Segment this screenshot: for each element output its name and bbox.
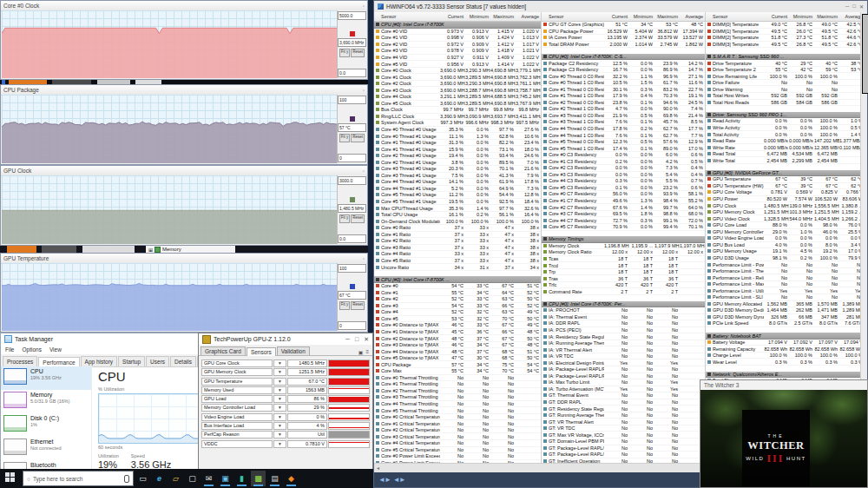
sensor-row[interactable]: IA: Electrical Design Point/Other (I...Y… <box>542 359 705 366</box>
sensor-row[interactable]: Core Max55 °C34 °C70 °C54 °C <box>374 368 541 375</box>
sensor-row[interactable]: Core #2 Thread #0 Usage19.4 %0.0 %93.4 %… <box>374 153 541 160</box>
chevron-down-icon[interactable]: ▾ <box>273 386 286 394</box>
sensor-row[interactable]: Uncore Ratio34 x31 x37 x34 x <box>374 264 541 271</box>
close-icon[interactable]: ▫ <box>363 3 365 9</box>
close-icon[interactable]: ✕ <box>859 3 864 10</box>
sensor-row[interactable]: DIMM[0] Temperature49.0 °C26.8 °C49.0 °C… <box>706 22 861 29</box>
sensor-row[interactable]: Performance Limit - SLI GPUBo...NoNoNoNo <box>706 294 861 301</box>
sensor-row[interactable]: Drive Temperature40 °C29 °C40 °C38 °C <box>706 60 861 67</box>
column-header[interactable]: Sensor <box>706 14 764 19</box>
column-headers[interactable]: SensorCurrentMinimumMaximumAverage <box>706 12 861 22</box>
sensor-row[interactable]: IA: VR TDCNoNoNo <box>542 353 705 360</box>
sidebar-item-cpu[interactable]: CPU19% 3.56 GHz <box>1 366 91 390</box>
sensor-row[interactable]: GPU Core Voltage0.781 V0.569 V0.825 V0.7… <box>706 189 861 196</box>
sensor-row[interactable]: Read Rate0.000 MB/s0.000 MB/s147.202 MB/… <box>706 138 861 145</box>
reset-button[interactable]: Reset <box>351 134 365 142</box>
sensor-row[interactable]: Core #553 °C32 °C70 °C50 °C <box>374 316 541 323</box>
sensor-row[interactable]: Core #3 VID0.978 V0.909 V1.418 V1.021 V <box>374 48 541 55</box>
sensor-section-header[interactable]: Network: Qualcomm/Atheros E... <box>706 372 861 379</box>
sensor-row[interactable]: Core #4 C3 Residency0.3 %0.0 %5.5 %0.7 % <box>542 178 705 185</box>
sensor-row[interactable]: GT: Residency State RegulationNoNoNo <box>542 406 705 412</box>
close-icon[interactable]: ▫ <box>363 88 365 93</box>
sensor-row[interactable]: Core #4 Thread 1 C0 Residency7.6 %0.1 %6… <box>542 132 705 139</box>
gpu-z-titlebar[interactable]: TechPowerUp GPU-Z 1.12.0 ─□✕ <box>199 333 372 345</box>
gpu-z-icon[interactable]: ▩ <box>251 471 266 486</box>
sensor-row[interactable]: Performance Limit - ThermalNoNoNoNo <box>706 268 861 275</box>
sensor-row[interactable]: Core #0 C7 Residency56.0 %0.0 %93.9 %58.… <box>542 191 705 198</box>
tab-startup[interactable]: Startup <box>118 356 145 366</box>
tab-details[interactable]: Details <box>170 356 196 366</box>
sensor-row[interactable]: Core #0 Thermal ThrottlingNoNoNo <box>374 375 541 382</box>
sensor-row[interactable]: Core #2 VID0.972 V0.909 V1.412 V1.017 V <box>374 42 541 49</box>
sensor-row[interactable]: Core #3 Thermal ThrottlingNoNoNo <box>374 394 541 401</box>
sensor-row[interactable]: Total Activity0.0 %0.0 %100.0 %1.4 % <box>706 131 861 138</box>
sensor-row[interactable]: IA: Thermal EventNoNoNo <box>542 314 705 321</box>
sensor-row[interactable]: Core #4 VID0.927 V0.911 V1.409 V1.022 V <box>374 55 541 62</box>
maximize-icon[interactable]: □ <box>355 336 358 343</box>
file-explorer-icon[interactable]: ▱ <box>168 471 183 486</box>
sensor-row[interactable]: Performance Limit - UtilizationYesYesYes… <box>706 287 861 294</box>
chevron-down-icon[interactable]: ▾ <box>273 440 286 448</box>
sensor-row[interactable]: Core #3 C7 Residency69.5 %1.8 %98.8 %68.… <box>542 211 705 218</box>
sensor-row[interactable]: Total Host Reads586 GB584 GB586 GB <box>706 100 861 107</box>
sensor-row[interactable]: GT: Domain-Level PBM PLGTNoNoNo <box>542 439 705 445</box>
menu-options[interactable]: Options <box>22 346 41 353</box>
sensor-row[interactable]: Core #5 Thread 1 C0 Residency17.4 %0.1 %… <box>542 145 705 152</box>
sensor-row[interactable]: Max CPU/Thread Usage35.3 %1.4 %97.7 %32.… <box>374 205 541 212</box>
sensor-row[interactable]: Core #0 VID0.973 V0.913 V1.415 V1.020 V <box>374 29 541 36</box>
sensor-row[interactable]: IA: DDR RAPLNoNoNo <box>542 320 705 327</box>
sensor-section-header[interactable]: Battery: Notebook BAT <box>706 333 861 340</box>
hwinfo-titlebar[interactable]: HWiNFO64 v5.72-3333 Sensor Status [7 val… <box>374 1 867 13</box>
column-header[interactable]: Minimum <box>789 14 814 19</box>
y-max-box[interactable]: 100 <box>338 264 366 273</box>
sensor-row[interactable]: Core #4 Clock3,291.1 MHz3,289.5 MHz4,688… <box>374 94 541 101</box>
console-icon[interactable]: ▮ <box>234 471 249 486</box>
sensor-row[interactable]: System Agent Clock997.3 MHz996.6 MHz998.… <box>374 120 541 127</box>
column-header[interactable]: Average <box>516 14 541 19</box>
sensor-row[interactable]: IA: PCS (PECI)NoNoNo <box>542 327 705 334</box>
fit-y-button[interactable]: Fit y <box>339 134 351 142</box>
sensor-row[interactable]: Core #4 Critical TemperatureNoNoNo <box>374 440 541 447</box>
sensor-row[interactable]: Core #4 Thread 0 C0 Residency17.8 %0.2 %… <box>542 126 705 133</box>
sensor-row[interactable]: Core #5 Thread #0 Usage11.2 %0.0 %54.4 %… <box>374 192 541 199</box>
y-min-box[interactable]: 0.0 <box>338 69 366 77</box>
sensor-row[interactable]: CPU Package57 °C34 °C75 °C54 °C <box>374 361 541 368</box>
column-header[interactable]: Minimum <box>629 14 654 19</box>
settings-icon[interactable]: ≡ <box>365 349 369 355</box>
sensor-row[interactable]: Core #5 Thread #1 Usage19.5 %0.0 %92.5 %… <box>374 199 541 206</box>
sensor-row[interactable]: IA: PROCHOTNoNoNo <box>542 307 705 314</box>
chevron-down-icon[interactable]: ▾ <box>273 431 286 439</box>
sensor-row[interactable]: IA: Max Turbo LimitNoNoYes <box>542 379 705 386</box>
sensor-row[interactable]: Drive Remaining Life100.0 %100.0 %100.0 … <box>706 73 861 80</box>
sensor-row[interactable]: Core #0 Distance to TjMAX46 °C33 °C67 °C… <box>374 322 541 329</box>
sensor-row[interactable]: Core #0 Thread 1 C0 Residency10.5 %1.5 %… <box>542 80 705 87</box>
reset-min-icon[interactable]: ◄► <box>378 476 391 484</box>
sensor-row[interactable]: IA Cores Power13.195 W2.374 W33.579 W13.… <box>542 35 705 42</box>
sensor-row[interactable]: GPU Memory Allocated1,562 MB365 MB1,570 … <box>706 301 861 308</box>
sensor-row[interactable]: On-Demand Clock Modulation100.0 %100.0 %… <box>374 218 541 225</box>
expand-icon[interactable]: ⊞ <box>148 247 153 253</box>
sensor-section-header[interactable]: CPU [#0]: Intel Core i7-8700K <box>374 22 541 29</box>
sensor-row[interactable]: Remaining Capacity82.658 Wh82.658 Wh82.6… <box>706 346 861 353</box>
fit-y-button[interactable]: Fit y <box>339 214 351 223</box>
sensor-row[interactable]: Core #1 Clock3,690.0 MHz3,289.5 MHz4,690… <box>374 74 541 81</box>
sensor-row[interactable]: Core #2 Ratio37 x33 x47 x38 x <box>374 238 541 245</box>
column-header[interactable]: Sensor <box>374 14 440 19</box>
sensor-section-header[interactable]: Memory Timings <box>542 236 705 243</box>
sensor-row[interactable]: Core #4 C7 Residency72.7 %0.3 %99.1 %72.… <box>542 217 705 224</box>
sensor-row[interactable]: DIMM[1] Temperature49.5 °C26.0 °C49.5 °C… <box>706 29 861 36</box>
sensor-row[interactable]: Core #3 Distance to TjMAX46 °C34 °C67 °C… <box>374 342 541 349</box>
sensor-row[interactable]: DIMM[3] Temperature49.5 °C26.8 °C49.5 °C… <box>706 42 861 49</box>
sensor-row[interactable]: Memory Clock Ratio12.00 x12.00 x12.00 x1… <box>542 249 705 256</box>
reset-button[interactable]: Reset <box>351 214 365 223</box>
y-min-box[interactable]: 0 <box>338 154 366 162</box>
sensor-section-header[interactable]: CPU [#0]: Intel Core i7-8700K: Per... <box>542 301 705 308</box>
sensor-row[interactable]: Core #5 Ratio37 x33 x47 x38 x <box>374 258 541 265</box>
sensor-row[interactable]: Core #2 C3 Residency0.0 %0.0 %7.3 %0.4 % <box>542 165 705 172</box>
sensor-row[interactable]: Core #4 Ratio33 x33 x47 x38 x <box>374 251 541 258</box>
sensor-row[interactable]: GPU Memory Clock1,251.5 MHz101.3 MHz1,25… <box>706 209 861 216</box>
minimize-icon[interactable]: ─ <box>845 3 849 10</box>
sensor-row[interactable]: GT: VR Thermal AlertNoNoNo <box>542 419 705 425</box>
sensor-row[interactable]: Core #2 Clock3,690.0 MHz3,290.3 MHz4,690… <box>374 81 541 88</box>
sensor-row[interactable]: GPU Clock1,480.5 MHz139.0 MHz1,556.5 MHz… <box>706 202 861 209</box>
